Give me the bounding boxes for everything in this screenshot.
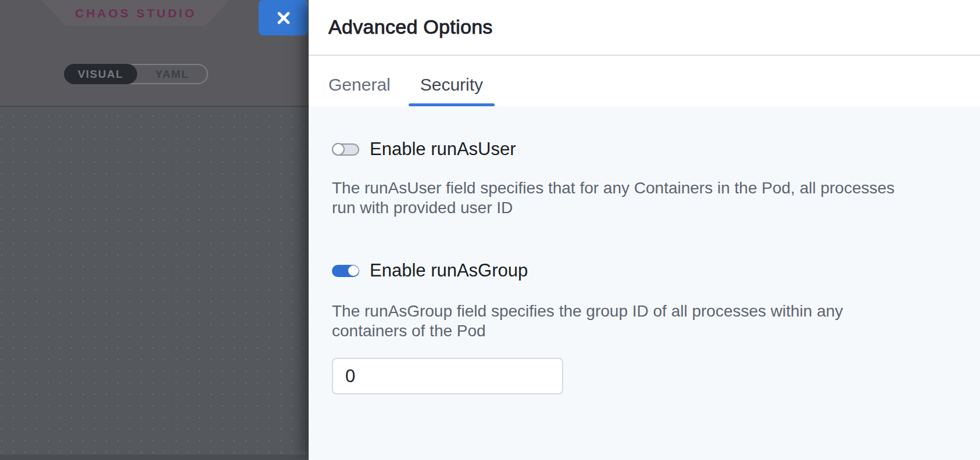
drawer-close-button[interactable] [259, 0, 308, 35]
toggle-knob [332, 143, 345, 156]
brand-banner: CHAOS STUDIO [42, 0, 230, 26]
run-as-user-description: The runAsUser field specifies that for a… [332, 178, 913, 218]
run-as-group-value-input[interactable] [332, 358, 563, 394]
view-mode-yaml[interactable]: YAML [137, 65, 207, 83]
view-mode-yaml-label: YAML [155, 68, 189, 81]
drawer-header: Advanced Options [309, 0, 980, 56]
run-as-user-row: Enable runAsUser [332, 143, 980, 156]
drawer-tabbar: General Security [309, 56, 980, 106]
view-mode-visual-label: VISUAL [78, 68, 124, 81]
experiment-canvas-dotted [0, 107, 309, 455]
tab-security-label: Security [420, 76, 483, 94]
chaos-studio-editor-dimmed: CHAOS STUDIO VISUAL YAML [0, 0, 309, 460]
run-as-group-description: The runAsGroup field specifies the group… [332, 301, 913, 341]
enable-run-as-group-toggle[interactable] [332, 265, 359, 277]
advanced-options-drawer: Advanced Options General Security Enable… [309, 0, 980, 460]
run-as-group-label: Enable runAsGroup [370, 264, 528, 277]
run-as-group-row: Enable runAsGroup [332, 264, 980, 277]
toggle-knob [348, 265, 359, 276]
tab-security[interactable]: Security [420, 56, 483, 106]
security-tab-content: Enable runAsUser The runAsUser field spe… [309, 106, 980, 460]
brand-banner-label: CHAOS STUDIO [75, 6, 196, 20]
view-mode-toggle[interactable]: VISUAL YAML [64, 64, 208, 84]
close-x-icon [277, 12, 290, 24]
canvas-bottom-bar [0, 455, 309, 460]
run-as-user-label: Enable runAsUser [370, 143, 516, 156]
enable-run-as-user-toggle[interactable] [332, 143, 359, 156]
drawer-title: Advanced Options [328, 15, 980, 38]
tab-general[interactable]: General [328, 56, 391, 106]
tab-general-label: General [328, 76, 391, 94]
view-mode-visual[interactable]: VISUAL [64, 64, 137, 84]
